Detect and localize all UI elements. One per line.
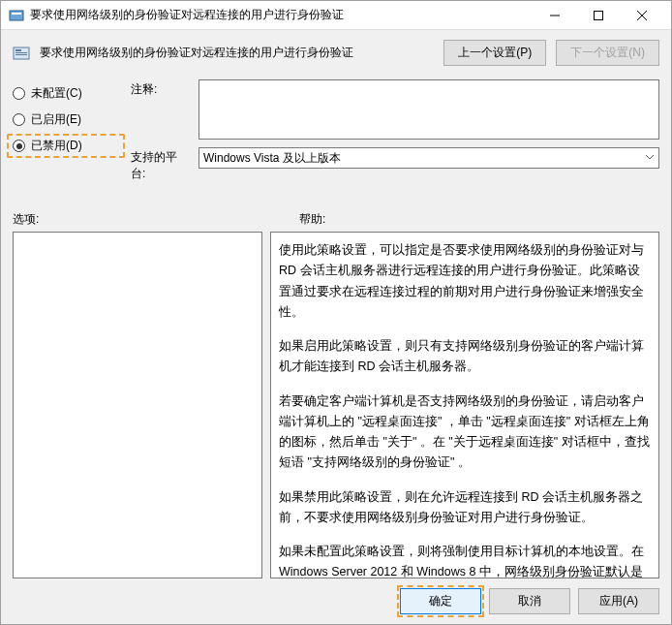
- help-paragraph: 如果禁用此策略设置，则在允许远程连接到 RD 会话主机服务器之前，不要求使用网络…: [279, 487, 651, 529]
- platform-dropdown[interactable]: Windows Vista 及以上版本: [199, 147, 659, 169]
- app-icon: [9, 8, 24, 23]
- right-fields: 注释: 支持的平台: Windows Vista 及以上版本: [131, 79, 659, 182]
- radio-icon: [13, 87, 25, 100]
- prev-setting-button[interactable]: 上一个设置(P): [443, 40, 546, 66]
- cancel-button[interactable]: 取消: [489, 588, 570, 614]
- footer: 确定 取消 应用(A): [1, 578, 671, 624]
- platform-row: 支持的平台: Windows Vista 及以上版本: [131, 147, 659, 182]
- help-paragraph: 若要确定客户端计算机是否支持网络级别的身份验证，请启动客户端计算机上的 "远程桌…: [279, 391, 651, 474]
- panels-row: 使用此策略设置，可以指定是否要求使用网络级别的身份验证对与 RD 会话主机服务器…: [1, 232, 671, 578]
- svg-rect-3: [594, 11, 602, 19]
- next-setting-button[interactable]: 下一个设置(N): [556, 40, 659, 66]
- header-row: 要求使用网络级别的身份验证对远程连接的用户进行身份验证 上一个设置(P) 下一个…: [1, 30, 671, 76]
- titlebar: 要求使用网络级别的身份验证对远程连接的用户进行身份验证: [1, 1, 671, 30]
- policy-title: 要求使用网络级别的身份验证对远程连接的用户进行身份验证: [40, 45, 434, 61]
- platform-value: Windows Vista 及以上版本: [203, 150, 341, 167]
- ok-button[interactable]: 确定: [400, 588, 481, 614]
- close-button[interactable]: [620, 1, 663, 29]
- radio-icon: [13, 140, 25, 152]
- radio-enabled[interactable]: 已启用(E): [13, 111, 119, 128]
- help-paragraph: 如果启用此策略设置，则只有支持网络级别身份验证的客户端计算机才能连接到 RD 会…: [279, 336, 651, 378]
- radio-icon: [13, 113, 25, 126]
- svg-rect-1: [12, 13, 21, 15]
- radio-disabled[interactable]: 已禁用(D): [7, 134, 125, 158]
- options-label: 选项:: [13, 211, 299, 228]
- radio-label: 未配置(C): [31, 85, 82, 102]
- platform-label: 支持的平台:: [131, 147, 189, 182]
- config-area: 未配置(C) 已启用(E) 已禁用(D) 注释: 支持的平台: Windows …: [1, 76, 671, 190]
- policy-icon: [13, 45, 30, 62]
- comment-label: 注释:: [131, 79, 189, 140]
- chevron-down-icon: [645, 151, 655, 165]
- help-panel[interactable]: 使用此策略设置，可以指定是否要求使用网络级别的身份验证对与 RD 会话主机服务器…: [270, 232, 659, 578]
- help-paragraph: 如果未配置此策略设置，则将强制使用目标计算机的本地设置。在 Windows Se…: [279, 542, 651, 578]
- minimize-button[interactable]: [533, 1, 576, 29]
- window-title: 要求使用网络级别的身份验证对远程连接的用户进行身份验证: [30, 7, 533, 23]
- svg-rect-7: [15, 49, 21, 51]
- svg-rect-0: [10, 11, 23, 20]
- apply-button[interactable]: 应用(A): [578, 588, 659, 614]
- help-label: 帮助:: [299, 211, 325, 228]
- radio-label: 已禁用(D): [31, 138, 82, 154]
- dialog-window: 要求使用网络级别的身份验证对远程连接的用户进行身份验证 要求使用网络级别的身份验…: [0, 0, 672, 625]
- comment-row: 注释:: [131, 79, 659, 140]
- help-paragraph: 使用此策略设置，可以指定是否要求使用网络级别的身份验证对与 RD 会话主机服务器…: [279, 240, 651, 323]
- titlebar-controls: [533, 1, 663, 29]
- options-panel[interactable]: [13, 232, 262, 578]
- section-labels: 选项: 帮助:: [1, 190, 671, 232]
- svg-rect-9: [15, 54, 27, 55]
- radio-label: 已启用(E): [31, 111, 81, 128]
- state-radio-group: 未配置(C) 已启用(E) 已禁用(D): [13, 79, 119, 182]
- svg-rect-8: [15, 52, 27, 53]
- comment-textarea[interactable]: [199, 79, 659, 140]
- maximize-button[interactable]: [576, 1, 620, 29]
- radio-not-configured[interactable]: 未配置(C): [13, 85, 119, 102]
